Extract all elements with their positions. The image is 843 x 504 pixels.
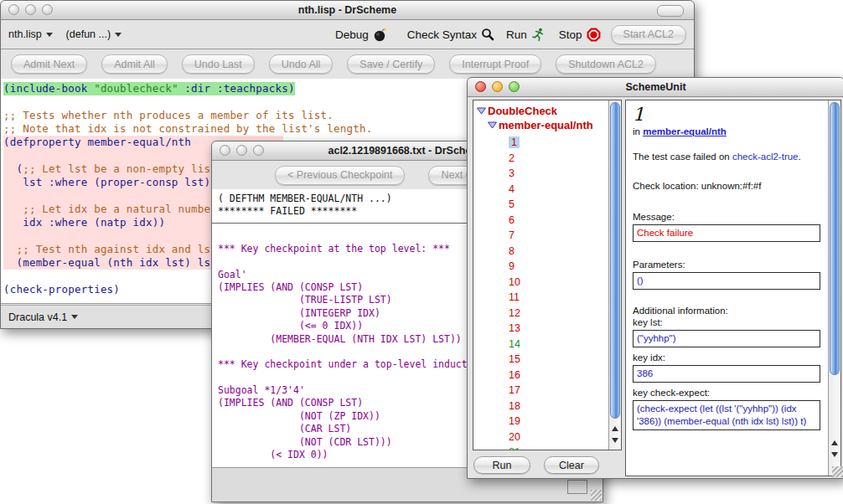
tree-case-15[interactable]: 15 <box>477 352 621 368</box>
resize-grip-icon[interactable] <box>591 490 602 501</box>
tree-case-1[interactable]: 1 <box>477 135 621 151</box>
failure-check-name: check-acl2-true <box>732 152 799 162</box>
file-popup-label: nth.lisp <box>8 28 42 40</box>
run-tests-label: Run <box>493 460 512 471</box>
close-button[interactable] <box>8 4 19 15</box>
toolbar-toggle-pill[interactable] <box>657 5 684 17</box>
tree-case-12[interactable]: 12 <box>477 306 621 321</box>
test-detail-panel: 1 in member-equal/nth The test case fail… <box>625 100 841 476</box>
scroll-down-icon[interactable] <box>831 452 838 457</box>
tree-case-17[interactable]: 17 <box>477 383 621 399</box>
checkpoint-footer-box <box>567 480 587 494</box>
key-check-expect-label: key check-expect: <box>633 388 820 398</box>
acl2-button-interrupt-proof[interactable]: Interrupt Proof <box>449 54 541 74</box>
scroll-up-icon[interactable] <box>831 440 838 445</box>
main-window-title: nth.lisp - DrScheme <box>298 4 396 16</box>
tree-scrollbar[interactable] <box>608 100 621 450</box>
tree-case-8[interactable]: 8 <box>477 244 621 260</box>
tree-case-20[interactable]: 20 <box>477 429 621 445</box>
tree-case-13[interactable]: 13 <box>477 321 621 337</box>
close-button[interactable] <box>220 145 230 156</box>
resize-grip-icon[interactable] <box>832 466 843 477</box>
tree-case-3[interactable]: 3 <box>477 166 621 182</box>
acl2-button-admit-all[interactable]: Admit All <box>101 54 168 74</box>
test-tree-panel: DoubleCheck member-equal/nth 12345678910… <box>473 100 622 450</box>
tree-root-row[interactable]: DoubleCheck <box>477 104 621 118</box>
debug-button[interactable]: Debug <box>335 28 387 42</box>
acl2-button-label: Interrupt Proof <box>462 59 529 70</box>
acl2-button-shutdown-acl2[interactable]: Shutdown ACL2 <box>556 54 656 74</box>
tree-case-7[interactable]: 7 <box>477 228 621 244</box>
defun-popup-label: (defun ...) <box>66 28 111 40</box>
tree-case-14[interactable]: 14 <box>477 337 621 352</box>
key-idx-field[interactable]: 386 <box>633 365 820 383</box>
checkpoint-window-controls <box>220 145 264 156</box>
failure-summary: The test case failed on check-acl2-true. <box>633 151 820 163</box>
tree-root-label: DoubleCheck <box>488 105 557 117</box>
tree-scrollbar-thumb[interactable] <box>610 102 620 419</box>
main-titlebar[interactable]: nth.lisp - DrScheme <box>1 1 694 20</box>
detail-scrollbar-thumb[interactable] <box>830 102 840 375</box>
key-lst-field[interactable]: ("yyhhp") <box>633 330 820 347</box>
run-tests-button[interactable]: Run <box>473 456 530 474</box>
tree-case-16[interactable]: 16 <box>477 368 621 383</box>
close-button[interactable] <box>475 81 486 92</box>
tree-case-18[interactable]: 18 <box>477 399 621 414</box>
zoom-button[interactable] <box>42 4 53 15</box>
schemeunit-window-controls <box>475 81 520 92</box>
tree-case-21[interactable]: 21 <box>477 445 621 450</box>
failure-prefix: The test case failed on <box>633 152 732 162</box>
disclosure-triangle-icon[interactable] <box>477 107 486 115</box>
tree-case-11[interactable]: 11 <box>477 290 621 306</box>
tree-case-9[interactable]: 9 <box>477 259 621 275</box>
language-menu[interactable]: Dracula v4.1 <box>8 311 78 323</box>
clear-button[interactable]: Clear <box>544 456 599 474</box>
language-label: Dracula v4.1 <box>8 311 67 323</box>
tree-case-4[interactable]: 4 <box>477 182 621 198</box>
group-link[interactable]: member-equal/nth <box>643 126 727 136</box>
start-acl2-button[interactable]: Start ACL2 <box>611 25 686 44</box>
parameters-field[interactable]: () <box>633 272 820 290</box>
additional-info-label: Additional information: <box>633 306 820 316</box>
run-button[interactable]: Run <box>506 28 545 42</box>
acl2-button-label: Shutdown ACL2 <box>568 59 644 70</box>
tree-case-6[interactable]: 6 <box>477 213 621 229</box>
disclosure-triangle-icon[interactable] <box>488 121 497 129</box>
scroll-down-icon[interactable] <box>612 438 618 443</box>
acl2-button-label: Undo All <box>282 59 321 70</box>
tree-case-19[interactable]: 19 <box>477 414 621 429</box>
detail-scrollbar[interactable] <box>828 100 840 476</box>
key-idx-label: key idx: <box>633 352 820 363</box>
acl2-button-save-certify[interactable]: Save / Certify <box>347 54 435 74</box>
check-location: Check location: unknown:#f:#f <box>633 181 820 191</box>
zoom-button[interactable] <box>253 145 264 156</box>
bomb-icon <box>373 28 387 42</box>
check-syntax-button[interactable]: Check Syntax <box>407 28 494 41</box>
defun-popup-menu[interactable]: (defun ...) <box>66 28 122 40</box>
acl2-button-undo-last[interactable]: Undo Last <box>182 54 255 74</box>
file-popup-menu[interactable]: nth.lisp <box>8 28 53 40</box>
tree-group-row[interactable]: member-equal/nth <box>477 118 621 132</box>
key-lst-label: key lst: <box>633 317 820 327</box>
key-check-expect-field[interactable]: (check-expect (let ((lst '("yyhhp")) (id… <box>633 400 820 430</box>
tree-case-5[interactable]: 5 <box>477 197 621 213</box>
stop-button[interactable]: Stop <box>559 28 601 42</box>
acl2-button-label: Admit Next <box>23 59 75 70</box>
scroll-up-icon[interactable] <box>612 426 618 431</box>
schemeunit-titlebar[interactable]: SchemeUnit <box>468 78 843 97</box>
acl2-button-undo-all[interactable]: Undo All <box>269 54 334 74</box>
tree-case-10[interactable]: 10 <box>477 275 621 291</box>
tree-case-2[interactable]: 2 <box>477 151 621 167</box>
stop-octagon-icon <box>587 28 601 42</box>
minimize-button[interactable] <box>25 4 36 15</box>
minimize-button[interactable] <box>492 81 503 92</box>
stop-label: Stop <box>559 28 582 41</box>
acl2-button-admit-next[interactable]: Admit Next <box>11 54 87 74</box>
message-field[interactable]: Check failure <box>633 224 820 242</box>
magnifier-icon <box>481 28 494 41</box>
zoom-button[interactable] <box>509 81 520 92</box>
checkpoint-window-title: acl2.1219891668.txt - DrScheme <box>328 145 486 157</box>
previous-checkpoint-button[interactable]: < Previous Checkpoint <box>275 166 405 185</box>
run-label: Run <box>506 28 527 41</box>
minimize-button[interactable] <box>236 145 247 156</box>
